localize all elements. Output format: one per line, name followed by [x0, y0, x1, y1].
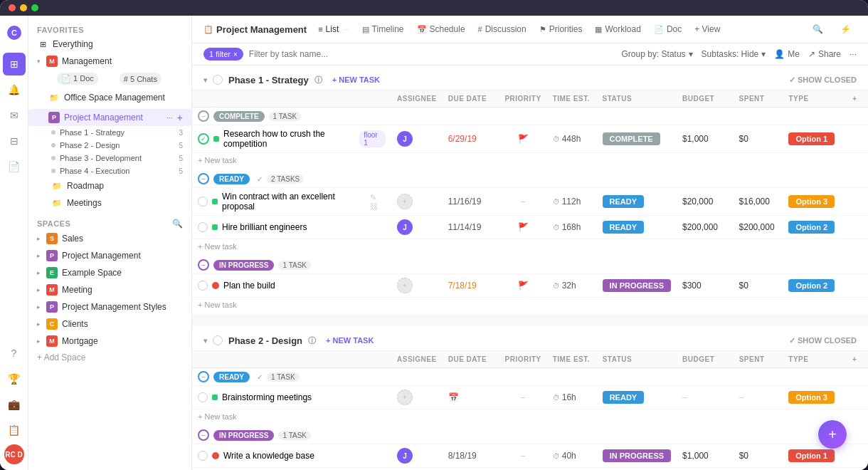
task-status3[interactable]: READY: [603, 221, 645, 234]
task-type6[interactable]: Option 1: [788, 449, 835, 462]
task-check5[interactable]: [198, 392, 208, 402]
sidebar-item-clients[interactable]: ▸ C Clients: [28, 315, 191, 333]
task-assignee5[interactable]: +: [397, 390, 413, 405]
tab-add-view[interactable]: + View: [689, 21, 726, 37]
ready-collapse[interactable]: –: [198, 173, 209, 184]
task-type5[interactable]: Option 3: [788, 391, 835, 404]
task-check3[interactable]: [198, 222, 208, 232]
message-icon[interactable]: ✉: [3, 104, 26, 127]
task-status4[interactable]: IN PROGRESS: [603, 279, 671, 292]
docs-icon[interactable]: 📄: [3, 155, 26, 178]
p2-inprogress-collapse[interactable]: –: [198, 429, 209, 441]
home-icon[interactable]: ⊞: [3, 53, 26, 75]
doc-badge[interactable]: 📄 1 Doc: [57, 73, 98, 85]
sidebar-subitem-design[interactable]: Phase 2 - Design 5: [28, 139, 191, 152]
task-status6[interactable]: IN PROGRESS: [603, 449, 671, 462]
pm-add[interactable]: +: [177, 112, 183, 123]
briefcase-icon[interactable]: 💼: [3, 393, 26, 416]
phase1-circle[interactable]: [213, 75, 223, 85]
trophy-icon[interactable]: 🏆: [3, 367, 26, 390]
task-type3[interactable]: Option 2: [788, 221, 835, 234]
task-type[interactable]: Option 1: [788, 132, 835, 145]
sidebar-item-sales[interactable]: ▸ S Sales: [28, 230, 191, 247]
sidebar-item-meetings[interactable]: 📁 Meetings: [28, 194, 191, 212]
tab-timeline[interactable]: ▤ Timeline: [356, 21, 410, 37]
task-check4[interactable]: [198, 281, 208, 291]
sidebar-item-everything[interactable]: ⊞ Everything: [28, 36, 191, 53]
tab-workload[interactable]: ▦ Workload: [589, 21, 646, 37]
me-btn[interactable]: 👤 Me: [774, 49, 800, 59]
p2-col-add[interactable]: +: [847, 351, 868, 368]
spaces-search-icon[interactable]: 🔍: [172, 219, 184, 229]
tab-schedule[interactable]: 📅 Schedule: [411, 21, 471, 37]
task-assignee4[interactable]: +: [397, 278, 413, 293]
phase2-show-closed[interactable]: ✓ SHOW CLOSED: [789, 336, 857, 345]
maximize-dot[interactable]: [31, 4, 38, 11]
sidebar-item-example[interactable]: ▸ E Example Space: [28, 264, 191, 281]
add-space-btn[interactable]: + Add Space: [28, 350, 191, 365]
sidebar-item-management[interactable]: ▾ M Management: [28, 53, 191, 70]
task-assignee[interactable]: J: [397, 131, 413, 147]
tab-discussion[interactable]: # Discussion: [472, 21, 532, 37]
bolt-button[interactable]: ⚡: [835, 21, 857, 37]
phase2-info[interactable]: ⓘ: [308, 335, 316, 346]
group-by-btn[interactable]: Group by: Status ▾: [622, 49, 693, 59]
notification-icon[interactable]: 🔔: [3, 78, 26, 101]
task-check2[interactable]: [198, 197, 208, 207]
phase1-show-closed[interactable]: ✓ SHOW CLOSED: [789, 75, 857, 85]
task-assignee6[interactable]: J: [397, 448, 413, 464]
close-dot[interactable]: [9, 4, 16, 11]
phase1-info[interactable]: ⓘ: [314, 75, 322, 85]
user-avatar[interactable]: RC D: [4, 444, 24, 464]
sidebar-item-pm-styles[interactable]: ▸ P Project Management Styles: [28, 298, 191, 315]
filter-input[interactable]: [249, 49, 616, 59]
sidebar-subitem-execution[interactable]: Phase 4 - Execution 5: [28, 164, 191, 177]
tab-priorities[interactable]: ⚑ Priorities: [534, 21, 588, 37]
minimize-dot[interactable]: [20, 4, 27, 11]
pm-options[interactable]: ···: [166, 113, 173, 122]
sidebar-item-office[interactable]: 📁 Office Space Management: [28, 89, 191, 106]
task-status5[interactable]: READY: [603, 391, 645, 404]
share-btn[interactable]: ↗ Share: [808, 49, 841, 59]
inprogress-collapse[interactable]: –: [198, 259, 209, 271]
list-options[interactable]: ···: [343, 26, 349, 33]
task-check6[interactable]: [198, 451, 208, 461]
clipboard-icon[interactable]: 📋: [3, 419, 26, 442]
task-tag[interactable]: floor 1: [359, 130, 386, 147]
task-type2[interactable]: Option 3: [788, 195, 835, 208]
help-icon[interactable]: ?: [3, 342, 26, 365]
tab-list[interactable]: ≡ List ···: [312, 21, 354, 37]
task-check[interactable]: ✓: [198, 133, 209, 145]
dashboard-icon[interactable]: ⊟: [3, 130, 26, 152]
task-type4[interactable]: Option 2: [788, 279, 835, 292]
filter-chip[interactable]: 1 filter ×: [203, 48, 243, 61]
sidebar-subitem-development[interactable]: Phase 3 - Development 5: [28, 152, 191, 164]
subtasks-btn[interactable]: Subtasks: Hide ▾: [702, 49, 766, 59]
sidebar-item-mortgage[interactable]: ▸ M Mortgage: [28, 333, 191, 350]
sidebar-item-roadmap[interactable]: 📁 Roadmap: [28, 177, 191, 194]
logo-icon[interactable]: C: [3, 21, 26, 44]
sidebar-item-project-management[interactable]: P Project Management ··· +: [28, 109, 191, 126]
task-status2[interactable]: READY: [603, 195, 645, 208]
sidebar-item-pm2[interactable]: ▸ P Project Management: [28, 247, 191, 264]
task-assignee2[interactable]: +: [397, 194, 413, 209]
more-options-btn[interactable]: ···: [850, 49, 857, 59]
chats-badge[interactable]: # 5 Chats: [120, 73, 162, 85]
sidebar-subitem-strategy[interactable]: Phase 1 - Strategy 3: [28, 126, 191, 139]
search-button[interactable]: 🔍: [807, 21, 829, 37]
add-task-ready[interactable]: + New task: [198, 242, 862, 251]
add-task-complete[interactable]: + New task: [198, 156, 862, 164]
col-add-header[interactable]: +: [847, 90, 868, 108]
p2-add-task-ready[interactable]: + New task: [198, 412, 862, 421]
phase2-new-task[interactable]: + NEW TASK: [322, 335, 378, 346]
tab-doc[interactable]: 📄 Doc: [648, 21, 687, 37]
sidebar-item-meeting[interactable]: ▸ M Meeting: [28, 281, 191, 298]
filter-close[interactable]: ×: [233, 51, 238, 58]
fab-button[interactable]: +: [818, 420, 847, 449]
phase2-circle[interactable]: [213, 335, 223, 345]
task-assignee3[interactable]: J: [397, 219, 413, 235]
complete-collapse[interactable]: –: [198, 110, 209, 122]
phase1-collapse[interactable]: ▾: [203, 76, 207, 84]
task-status[interactable]: COMPLETE: [603, 132, 660, 145]
add-task-inprogress[interactable]: + New task: [198, 301, 862, 309]
